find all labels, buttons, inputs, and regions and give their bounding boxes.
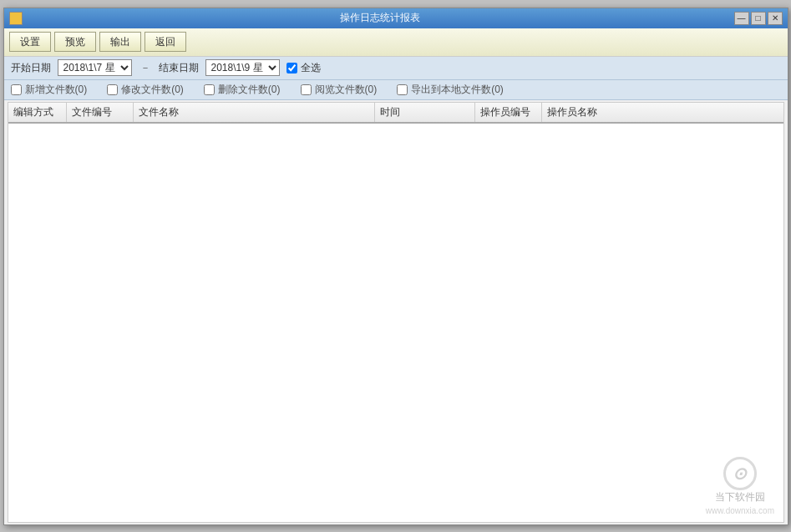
window-controls: — □ ✕ — [734, 12, 783, 25]
modify-files-checkbox[interactable] — [107, 84, 118, 95]
minimize-button[interactable]: — — [734, 12, 749, 25]
table-header: 编辑方式 文件编号 文件名称 时间 操作员编号 操作员名称 — [8, 103, 783, 124]
toolbar: 设置 预览 输出 返回 — [4, 28, 788, 57]
preview-button[interactable]: 预览 — [54, 32, 96, 52]
delete-files-label: 删除文件数(0) — [218, 83, 281, 97]
window-icon — [9, 12, 23, 25]
col-header-filename: 文件名称 — [134, 103, 376, 122]
delete-files-item: 删除文件数(0) — [204, 83, 281, 97]
new-files-checkbox[interactable] — [11, 84, 22, 95]
table-body — [8, 124, 783, 522]
title-bar: 操作日志统计报表 — □ ✕ — [4, 8, 788, 28]
col-header-time: 时间 — [375, 103, 475, 122]
checkbox-row: 新增文件数(0) 修改文件数(0) 删除文件数(0) 阅览文件数(0) 导出到本… — [4, 80, 788, 100]
filter-bar: 开始日期 2018\1\7 星 － 结束日期 2018\1\9 星 全选 — [4, 57, 788, 80]
col-header-fileno: 文件编号 — [67, 103, 134, 122]
modify-files-label: 修改文件数(0) — [121, 83, 184, 97]
export-files-checkbox[interactable] — [397, 84, 408, 95]
view-files-checkbox[interactable] — [301, 84, 312, 95]
window-title: 操作日志统计报表 — [26, 11, 734, 25]
export-button[interactable]: 输出 — [99, 32, 141, 52]
view-files-item: 阅览文件数(0) — [301, 83, 378, 97]
new-files-item: 新增文件数(0) — [11, 83, 88, 97]
watermark-logo: ⊙ — [723, 457, 757, 490]
col-header-opno: 操作员编号 — [475, 103, 542, 122]
delete-files-checkbox[interactable] — [204, 84, 215, 95]
new-files-label: 新增文件数(0) — [25, 83, 88, 97]
select-all-group: 全选 — [286, 61, 321, 75]
end-date-label: 结束日期 — [159, 61, 199, 75]
date-separator: － — [140, 61, 150, 75]
watermark: ⊙ 当下软件园 www.downxia.com — [706, 457, 774, 515]
watermark-url: www.downxia.com — [706, 506, 774, 515]
data-table: 编辑方式 文件编号 文件名称 时间 操作员编号 操作员名称 — [8, 102, 784, 523]
back-button[interactable]: 返回 — [145, 32, 186, 52]
close-button[interactable]: ✕ — [768, 12, 783, 25]
export-files-label: 导出到本地文件数(0) — [411, 83, 504, 97]
modify-files-item: 修改文件数(0) — [107, 83, 184, 97]
export-files-item: 导出到本地文件数(0) — [397, 83, 504, 97]
watermark-site: 当下软件园 — [715, 490, 765, 504]
view-files-label: 阅览文件数(0) — [315, 83, 378, 97]
start-date-select[interactable]: 2018\1\7 星 — [58, 59, 132, 76]
select-all-checkbox[interactable] — [286, 63, 297, 73]
col-header-edit: 编辑方式 — [8, 103, 67, 122]
select-all-label: 全选 — [301, 61, 321, 75]
main-window: 操作日志统计报表 — □ ✕ 设置 预览 输出 返回 开始日期 2018\1\7… — [3, 8, 788, 525]
start-date-label: 开始日期 — [11, 61, 51, 75]
end-date-select[interactable]: 2018\1\9 星 — [205, 59, 280, 76]
settings-button[interactable]: 设置 — [9, 32, 51, 52]
col-header-opname: 操作员名称 — [542, 103, 783, 122]
restore-button[interactable]: □ — [751, 12, 766, 25]
